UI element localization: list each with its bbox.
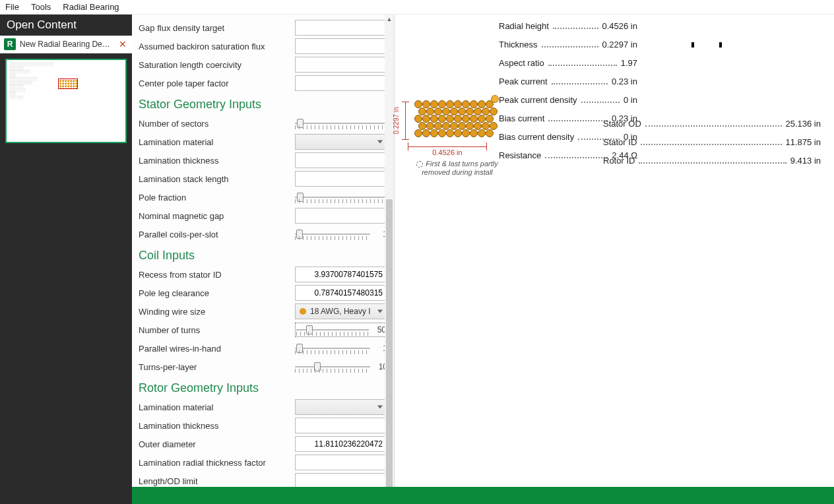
coil-note: First & last turns partly removed during… bbox=[414, 160, 500, 177]
form-panel: Gap flux density target Assumed backiron… bbox=[132, 15, 395, 504]
output-value: 25.136 in bbox=[786, 119, 821, 129]
open-content-header: Open Content bbox=[0, 15, 132, 36]
output-left-row: Peak current density0 in bbox=[499, 95, 637, 113]
input-sat-coercivity[interactable] bbox=[295, 57, 387, 73]
output-left-row: Peak current0.23 in bbox=[499, 77, 637, 95]
dots-leader bbox=[553, 28, 598, 29]
input-center-pole-taper[interactable] bbox=[295, 75, 387, 91]
dropdown-wire-size[interactable]: 18 AWG, Heavy I bbox=[295, 303, 387, 319]
output-key: Bias current density bbox=[499, 132, 574, 142]
dots-leader bbox=[581, 102, 620, 103]
slider-parallel-coils[interactable]: 1 bbox=[295, 228, 387, 240]
label-pole-leg: Pole leg clearance bbox=[139, 288, 295, 298]
slider-num-turns[interactable]: 50 bbox=[295, 323, 387, 337]
output-value: 1.97 bbox=[621, 58, 637, 68]
wire-color-icon bbox=[300, 308, 306, 315]
header-coil-inputs: Coil Inputs bbox=[139, 249, 387, 263]
output-value: 0.2297 in bbox=[602, 40, 638, 49]
input-nominal-gap[interactable] bbox=[295, 208, 387, 224]
coil-height-dimension: 0.2297 in bbox=[399, 102, 408, 140]
label-stator-lam-thickness: Lamination thickness bbox=[139, 156, 295, 166]
scroll-thumb[interactable] bbox=[386, 199, 393, 489]
coil-turn-icon bbox=[490, 122, 497, 130]
label-sat-coercivity: Saturation length coercivity bbox=[139, 60, 295, 70]
dots-leader bbox=[639, 162, 786, 164]
input-stator-stack-length[interactable] bbox=[295, 171, 387, 187]
coil-turn-icon bbox=[490, 108, 497, 115]
label-parallel-coils: Parallel coils-per-slot bbox=[139, 230, 295, 239]
close-icon[interactable]: ✕ bbox=[117, 39, 128, 49]
output-right-row: Rotor ID9.413 in bbox=[603, 156, 821, 174]
label-rotor-lam-material: Lamination material bbox=[139, 402, 295, 412]
input-rotor-lam-thickness[interactable] bbox=[295, 418, 387, 433]
menu-radial-bearing[interactable]: Radial Bearing bbox=[63, 2, 119, 12]
label-num-turns: Number of turns bbox=[139, 325, 295, 335]
coil-grid bbox=[414, 100, 494, 139]
coil-width-dimension: 0.4526 in bbox=[408, 146, 487, 156]
label-gap-flux: Gap flux density target bbox=[139, 23, 295, 33]
output-value: 0.4526 in bbox=[602, 21, 638, 31]
dots-leader bbox=[542, 46, 598, 47]
dots-leader bbox=[645, 125, 782, 127]
coil-turn-icon bbox=[454, 129, 462, 137]
slider-turns-per-layer[interactable]: 10 bbox=[295, 361, 387, 373]
output-key: Stator OD bbox=[603, 119, 641, 129]
coil-turn-icon bbox=[470, 129, 478, 137]
coil-turn-icon bbox=[486, 129, 494, 137]
slider-pole-fraction[interactable] bbox=[295, 191, 387, 203]
dropdown-stator-lam-material[interactable] bbox=[295, 134, 387, 150]
coil-turn-icon bbox=[478, 129, 486, 137]
label-turns-per-layer: Turns-per-layer bbox=[139, 362, 295, 372]
output-left-row: Radial height0.4526 in bbox=[499, 21, 637, 40]
output-value: 0.23 in bbox=[612, 77, 637, 86]
output-value: 0 in bbox=[624, 95, 637, 105]
header-rotor-geometry: Rotor Geometry Inputs bbox=[139, 381, 387, 395]
label-stator-stack-length: Lamination stack length bbox=[139, 174, 295, 184]
coil-figure bbox=[401, 100, 507, 139]
output-key: Resistance bbox=[499, 150, 541, 160]
scroll-up-icon[interactable]: ▲ bbox=[385, 15, 394, 24]
label-center-pole-taper: Center pole taper factor bbox=[139, 79, 295, 88]
output-value: 9.413 in bbox=[790, 156, 821, 166]
input-recess[interactable] bbox=[295, 267, 387, 282]
slider-num-sectors[interactable] bbox=[295, 117, 387, 129]
output-key: Peak current bbox=[499, 77, 548, 86]
label-nominal-gap: Nominal magnetic gap bbox=[139, 211, 295, 221]
output-key: Peak current density bbox=[499, 95, 577, 105]
input-gap-flux[interactable] bbox=[295, 20, 387, 36]
document-tab[interactable]: R New Radial Bearing Desi… ✕ bbox=[0, 36, 132, 53]
output-key: Aspect ratio bbox=[499, 58, 544, 68]
input-pole-leg[interactable] bbox=[295, 285, 387, 301]
output-key: Thickness bbox=[499, 40, 538, 49]
input-lam-radial-factor[interactable] bbox=[295, 455, 387, 470]
document-thumbnail[interactable]: ░░░░░░░░░░░░░░░░░░░░░░░░░░░░░░░░░░░░░░░░… bbox=[5, 59, 127, 143]
dots-leader bbox=[552, 83, 608, 84]
output-value: 11.875 in bbox=[786, 137, 821, 147]
dropdown-rotor-lam-material[interactable] bbox=[295, 399, 387, 415]
output-key: Bias current bbox=[499, 113, 544, 123]
menu-tools[interactable]: Tools bbox=[31, 2, 51, 12]
input-outer-diameter[interactable] bbox=[295, 436, 387, 452]
document-tab-title: New Radial Bearing Desi… bbox=[20, 40, 113, 49]
label-pole-fraction: Pole fraction bbox=[139, 193, 295, 203]
output-left-row: Aspect ratio1.97 bbox=[499, 58, 637, 77]
label-rotor-lam-thickness: Lamination thickness bbox=[139, 421, 295, 431]
slider-parallel-wires[interactable]: 1 bbox=[295, 342, 387, 354]
coil-turn-icon bbox=[422, 129, 430, 137]
output-right-row: Stator OD25.136 in bbox=[603, 119, 821, 137]
coil-turn-icon bbox=[438, 129, 446, 137]
dots-leader bbox=[548, 120, 608, 121]
dots-leader bbox=[548, 65, 617, 66]
menu-bar: File Tools Radial Bearing bbox=[0, 0, 834, 15]
input-backiron-flux[interactable] bbox=[295, 38, 387, 54]
form-scrollbar[interactable]: ▲ ▼ bbox=[385, 15, 394, 504]
input-stator-lam-thickness[interactable] bbox=[295, 152, 387, 168]
label-length-od-limit: Length/OD limit bbox=[139, 476, 295, 486]
dots-leader bbox=[641, 144, 781, 145]
output-right-row: Stator ID11.875 in bbox=[603, 137, 821, 156]
output-list-right: Stator OD25.136 inStator ID11.875 inRoto… bbox=[603, 119, 821, 174]
menu-file[interactable]: File bbox=[5, 2, 19, 12]
label-lam-radial-factor: Lamination radial thickness factor bbox=[139, 458, 295, 468]
label-stator-lam-material: Lamination material bbox=[139, 137, 295, 147]
output-left-row: Thickness0.2297 in bbox=[499, 40, 637, 58]
